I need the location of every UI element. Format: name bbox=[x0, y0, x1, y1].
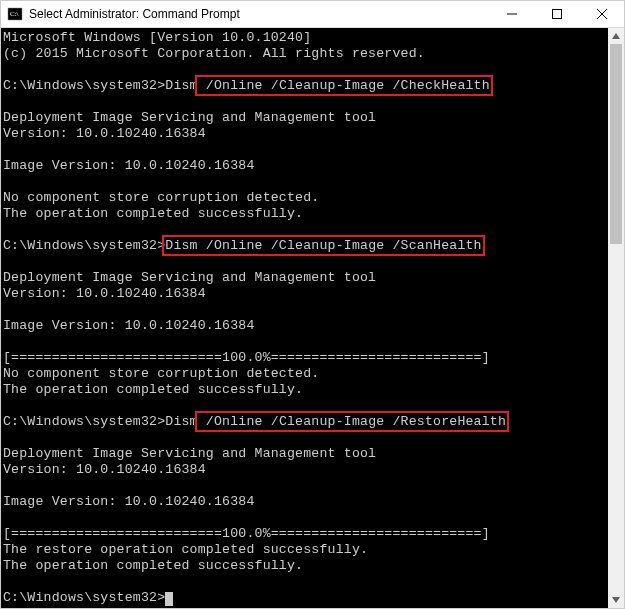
prompt: C:\Windows\system32> bbox=[3, 238, 165, 253]
command-prompt-window: C:\ Select Administrator: Command Prompt… bbox=[0, 0, 625, 609]
svg-rect-3 bbox=[552, 10, 561, 19]
terminal-output[interactable]: Microsoft Windows [Version 10.0.10240] (… bbox=[1, 28, 608, 608]
scroll-down-icon[interactable] bbox=[608, 592, 624, 608]
text-line: No component store corruption detected. bbox=[3, 366, 319, 381]
text-line: Version: 10.0.10240.16384 bbox=[3, 462, 206, 477]
text-line: Version: 10.0.10240.16384 bbox=[3, 126, 206, 141]
prompt: C:\Windows\system32> bbox=[3, 590, 165, 605]
text-line: Image Version: 10.0.10240.16384 bbox=[3, 494, 255, 509]
text-line: Image Version: 10.0.10240.16384 bbox=[3, 158, 255, 173]
text-line: No component store corruption detected. bbox=[3, 190, 319, 205]
scrollbar-track[interactable] bbox=[608, 44, 624, 592]
window-controls bbox=[489, 1, 624, 27]
text-line: [==========================100.0%=======… bbox=[3, 350, 490, 365]
content-area: Microsoft Windows [Version 10.0.10240] (… bbox=[1, 28, 624, 608]
text-line: (c) 2015 Microsoft Corporation. All righ… bbox=[3, 46, 425, 61]
dism-cmd: Dism bbox=[165, 78, 197, 93]
highlighted-cmd-restorehealth: /Online /Cleanup-Image /RestoreHealth bbox=[198, 414, 506, 429]
maximize-button[interactable] bbox=[534, 1, 579, 27]
text-line: Microsoft Windows [Version 10.0.10240] bbox=[3, 30, 311, 45]
scroll-up-icon[interactable] bbox=[608, 28, 624, 44]
svg-marker-7 bbox=[612, 597, 620, 603]
highlighted-cmd-scanhealth: Dism /Online /Cleanup-Image /ScanHealth bbox=[165, 238, 481, 253]
cmd-icon: C:\ bbox=[7, 6, 23, 22]
vertical-scrollbar[interactable] bbox=[608, 28, 624, 608]
text-line: [==========================100.0%=======… bbox=[3, 526, 490, 541]
text-line: Deployment Image Servicing and Managemen… bbox=[3, 446, 376, 461]
window-title: Select Administrator: Command Prompt bbox=[29, 7, 489, 21]
scrollbar-thumb[interactable] bbox=[610, 44, 622, 244]
svg-marker-6 bbox=[612, 33, 620, 39]
text-line: Version: 10.0.10240.16384 bbox=[3, 286, 206, 301]
text-line: Deployment Image Servicing and Managemen… bbox=[3, 110, 376, 125]
svg-text:C:\: C:\ bbox=[10, 10, 19, 18]
minimize-button[interactable] bbox=[489, 1, 534, 27]
text-line: The operation completed successfully. bbox=[3, 206, 303, 221]
close-button[interactable] bbox=[579, 1, 624, 27]
text-line: The operation completed successfully. bbox=[3, 558, 303, 573]
text-line: Image Version: 10.0.10240.16384 bbox=[3, 318, 255, 333]
text-line: Deployment Image Servicing and Managemen… bbox=[3, 270, 376, 285]
dism-cmd: Dism bbox=[165, 414, 197, 429]
text-line: The restore operation completed successf… bbox=[3, 542, 368, 557]
highlighted-cmd-checkhealth: /Online /Cleanup-Image /CheckHealth bbox=[198, 78, 490, 93]
prompt: C:\Windows\system32> bbox=[3, 414, 165, 429]
prompt: C:\Windows\system32> bbox=[3, 78, 165, 93]
titlebar[interactable]: C:\ Select Administrator: Command Prompt bbox=[1, 1, 624, 28]
text-line: The operation completed successfully. bbox=[3, 382, 303, 397]
cursor-icon bbox=[165, 592, 173, 606]
